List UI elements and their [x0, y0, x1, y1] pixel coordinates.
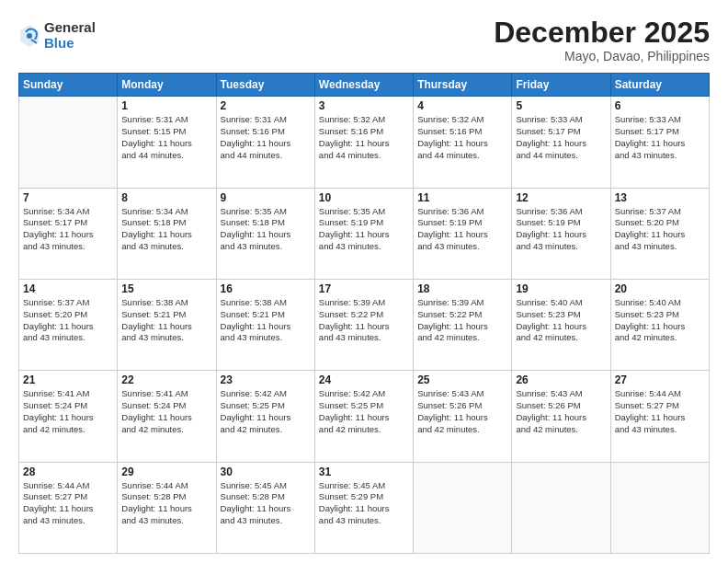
day-number: 27 — [615, 373, 705, 386]
table-row: 25Sunrise: 5:43 AM Sunset: 5:26 PM Dayli… — [414, 371, 512, 462]
cell-info: Sunrise: 5:32 AM Sunset: 5:16 PM Dayligh… — [319, 114, 409, 161]
logo-icon — [18, 23, 40, 49]
calendar-week-row: 1Sunrise: 5:31 AM Sunset: 5:15 PM Daylig… — [19, 97, 710, 188]
cell-info: Sunrise: 5:34 AM Sunset: 5:18 PM Dayligh… — [121, 206, 211, 253]
col-saturday: Saturday — [610, 74, 709, 97]
cell-info: Sunrise: 5:43 AM Sunset: 5:26 PM Dayligh… — [516, 388, 606, 435]
table-row: 12Sunrise: 5:36 AM Sunset: 5:19 PM Dayli… — [512, 188, 610, 279]
day-number: 23 — [221, 373, 311, 386]
cell-info: Sunrise: 5:41 AM Sunset: 5:24 PM Dayligh… — [23, 388, 113, 435]
day-number: 17 — [319, 282, 409, 295]
day-number: 29 — [121, 465, 211, 478]
day-number: 22 — [121, 373, 211, 386]
day-number: 10 — [319, 191, 409, 204]
day-number: 14 — [23, 282, 113, 295]
cell-info: Sunrise: 5:44 AM Sunset: 5:27 PM Dayligh… — [23, 480, 113, 527]
table-row: 16Sunrise: 5:38 AM Sunset: 5:21 PM Dayli… — [216, 279, 314, 370]
cell-info: Sunrise: 5:38 AM Sunset: 5:21 PM Dayligh… — [221, 297, 311, 344]
day-number: 18 — [417, 282, 507, 295]
day-number: 19 — [516, 282, 606, 295]
logo: General Blue — [18, 20, 96, 51]
day-number: 1 — [121, 99, 211, 112]
table-row: 27Sunrise: 5:44 AM Sunset: 5:27 PM Dayli… — [610, 371, 709, 462]
cell-info: Sunrise: 5:41 AM Sunset: 5:24 PM Dayligh… — [121, 388, 211, 435]
table-row: 23Sunrise: 5:42 AM Sunset: 5:25 PM Dayli… — [216, 371, 314, 462]
cell-info: Sunrise: 5:33 AM Sunset: 5:17 PM Dayligh… — [615, 114, 705, 161]
table-row: 24Sunrise: 5:42 AM Sunset: 5:25 PM Dayli… — [314, 371, 413, 462]
table-row — [19, 97, 118, 188]
cell-info: Sunrise: 5:42 AM Sunset: 5:25 PM Dayligh… — [319, 388, 409, 435]
table-row: 17Sunrise: 5:39 AM Sunset: 5:22 PM Dayli… — [314, 279, 413, 370]
table-row — [610, 462, 709, 553]
table-row: 31Sunrise: 5:45 AM Sunset: 5:29 PM Dayli… — [314, 462, 413, 553]
logo-text: General Blue — [44, 20, 96, 51]
calendar-week-row: 21Sunrise: 5:41 AM Sunset: 5:24 PM Dayli… — [19, 371, 710, 462]
table-row: 22Sunrise: 5:41 AM Sunset: 5:24 PM Dayli… — [118, 371, 216, 462]
table-row: 26Sunrise: 5:43 AM Sunset: 5:26 PM Dayli… — [512, 371, 610, 462]
table-row: 20Sunrise: 5:40 AM Sunset: 5:23 PM Dayli… — [610, 279, 709, 370]
day-number: 31 — [319, 465, 409, 478]
cell-info: Sunrise: 5:45 AM Sunset: 5:29 PM Dayligh… — [319, 480, 409, 527]
weekday-header-row: Sunday Monday Tuesday Wednesday Thursday… — [19, 74, 710, 97]
cell-info: Sunrise: 5:34 AM Sunset: 5:17 PM Dayligh… — [23, 206, 113, 253]
cell-info: Sunrise: 5:42 AM Sunset: 5:25 PM Dayligh… — [221, 388, 311, 435]
calendar-table: Sunday Monday Tuesday Wednesday Thursday… — [18, 73, 710, 554]
cell-info: Sunrise: 5:31 AM Sunset: 5:16 PM Dayligh… — [221, 114, 311, 161]
cell-info: Sunrise: 5:33 AM Sunset: 5:17 PM Dayligh… — [516, 114, 606, 161]
table-row: 2Sunrise: 5:31 AM Sunset: 5:16 PM Daylig… — [216, 97, 314, 188]
col-friday: Friday — [512, 74, 610, 97]
day-number: 5 — [516, 99, 606, 112]
cell-info: Sunrise: 5:44 AM Sunset: 5:27 PM Dayligh… — [615, 388, 705, 435]
cell-info: Sunrise: 5:31 AM Sunset: 5:15 PM Dayligh… — [121, 114, 211, 161]
table-row: 21Sunrise: 5:41 AM Sunset: 5:24 PM Dayli… — [19, 371, 118, 462]
svg-point-1 — [27, 33, 32, 39]
col-thursday: Thursday — [414, 74, 512, 97]
table-row: 14Sunrise: 5:37 AM Sunset: 5:20 PM Dayli… — [19, 279, 118, 370]
calendar-header: Sunday Monday Tuesday Wednesday Thursday… — [19, 74, 710, 97]
table-row: 15Sunrise: 5:38 AM Sunset: 5:21 PM Dayli… — [118, 279, 216, 370]
table-row: 9Sunrise: 5:35 AM Sunset: 5:18 PM Daylig… — [216, 188, 314, 279]
table-row: 13Sunrise: 5:37 AM Sunset: 5:20 PM Dayli… — [610, 188, 709, 279]
table-row: 11Sunrise: 5:36 AM Sunset: 5:19 PM Dayli… — [414, 188, 512, 279]
location: Mayo, Davao, Philippines — [494, 49, 710, 63]
day-number: 8 — [121, 191, 211, 204]
day-number: 4 — [417, 99, 507, 112]
cell-info: Sunrise: 5:32 AM Sunset: 5:16 PM Dayligh… — [417, 114, 507, 161]
table-row: 5Sunrise: 5:33 AM Sunset: 5:17 PM Daylig… — [512, 97, 610, 188]
col-tuesday: Tuesday — [216, 74, 314, 97]
cell-info: Sunrise: 5:37 AM Sunset: 5:20 PM Dayligh… — [615, 206, 705, 253]
table-row — [414, 462, 512, 553]
table-row: 4Sunrise: 5:32 AM Sunset: 5:16 PM Daylig… — [414, 97, 512, 188]
table-row: 1Sunrise: 5:31 AM Sunset: 5:15 PM Daylig… — [118, 97, 216, 188]
col-wednesday: Wednesday — [314, 74, 413, 97]
table-row: 19Sunrise: 5:40 AM Sunset: 5:23 PM Dayli… — [512, 279, 610, 370]
cell-info: Sunrise: 5:35 AM Sunset: 5:19 PM Dayligh… — [319, 206, 409, 253]
day-number: 28 — [23, 465, 113, 478]
calendar-week-row: 28Sunrise: 5:44 AM Sunset: 5:27 PM Dayli… — [19, 462, 710, 553]
day-number: 20 — [615, 282, 705, 295]
day-number: 25 — [417, 373, 507, 386]
cell-info: Sunrise: 5:39 AM Sunset: 5:22 PM Dayligh… — [417, 297, 507, 344]
day-number: 3 — [319, 99, 409, 112]
calendar-week-row: 7Sunrise: 5:34 AM Sunset: 5:17 PM Daylig… — [19, 188, 710, 279]
table-row — [512, 462, 610, 553]
logo-blue: Blue — [44, 36, 96, 52]
header: General Blue December 2025 Mayo, Davao, … — [18, 17, 710, 63]
day-number: 30 — [221, 465, 311, 478]
day-number: 12 — [516, 191, 606, 204]
table-row: 30Sunrise: 5:45 AM Sunset: 5:28 PM Dayli… — [216, 462, 314, 553]
calendar-week-row: 14Sunrise: 5:37 AM Sunset: 5:20 PM Dayli… — [19, 279, 710, 370]
day-number: 7 — [23, 191, 113, 204]
cell-info: Sunrise: 5:40 AM Sunset: 5:23 PM Dayligh… — [615, 297, 705, 344]
table-row: 10Sunrise: 5:35 AM Sunset: 5:19 PM Dayli… — [314, 188, 413, 279]
day-number: 13 — [615, 191, 705, 204]
table-row: 3Sunrise: 5:32 AM Sunset: 5:16 PM Daylig… — [314, 97, 413, 188]
table-row: 28Sunrise: 5:44 AM Sunset: 5:27 PM Dayli… — [19, 462, 118, 553]
table-row: 18Sunrise: 5:39 AM Sunset: 5:22 PM Dayli… — [414, 279, 512, 370]
cell-info: Sunrise: 5:45 AM Sunset: 5:28 PM Dayligh… — [221, 480, 311, 527]
table-row: 6Sunrise: 5:33 AM Sunset: 5:17 PM Daylig… — [610, 97, 709, 188]
day-number: 21 — [23, 373, 113, 386]
cell-info: Sunrise: 5:44 AM Sunset: 5:28 PM Dayligh… — [121, 480, 211, 527]
table-row: 29Sunrise: 5:44 AM Sunset: 5:28 PM Dayli… — [118, 462, 216, 553]
cell-info: Sunrise: 5:36 AM Sunset: 5:19 PM Dayligh… — [417, 206, 507, 253]
